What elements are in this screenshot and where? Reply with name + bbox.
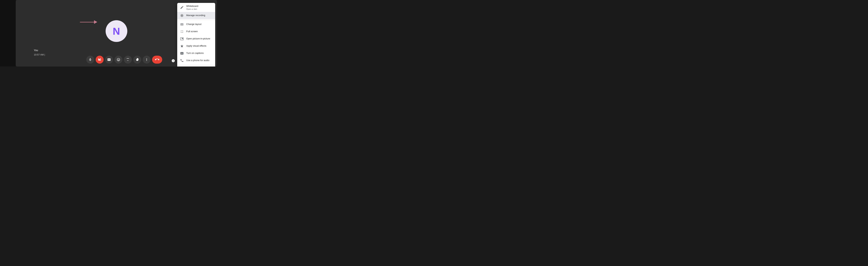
menu-item-phone-audio-label: Use a phone for audio <box>186 59 209 62</box>
captions-icon <box>180 52 184 55</box>
menu-item-whiteboard-label: Whiteboard <box>186 5 198 8</box>
menu-item-change-layout-label: Change layout <box>186 23 202 26</box>
raise-hand-button[interactable] <box>133 56 141 64</box>
avatar: N <box>105 20 127 42</box>
phone-audio-icon <box>180 59 184 62</box>
menu-item-full-screen-label: Full screen <box>186 30 198 33</box>
avatar-letter: N <box>113 25 120 37</box>
menu-item-full-screen[interactable]: Full screen <box>177 28 215 35</box>
end-call-button[interactable] <box>152 56 162 64</box>
change-layout-icon <box>180 23 184 26</box>
menu-item-manage-recording[interactable]: Manage recording <box>177 12 215 19</box>
menu-item-captions-label: Turn on captions <box>186 52 204 55</box>
menu-item-picture-in-picture[interactable]: Open picture-in-picture <box>177 35 215 42</box>
video-container: N You 10:57 AM | <box>16 0 217 67</box>
menu-item-visual-effects[interactable]: Apply visual effects <box>177 42 215 50</box>
info-icon-button[interactable] <box>170 58 177 64</box>
microphone-button[interactable] <box>86 56 94 64</box>
more-options-button[interactable] <box>143 56 151 64</box>
menu-item-report-problem[interactable]: Report a problem <box>177 66 215 67</box>
menu-item-captions[interactable]: Turn on captions <box>177 50 215 57</box>
you-label: You <box>34 49 38 52</box>
camera-button[interactable] <box>96 56 104 64</box>
menu-item-visual-effects-label: Apply visual effects <box>186 44 206 47</box>
arrow <box>80 20 97 24</box>
manage-recording-icon <box>180 14 184 18</box>
captions-button[interactable] <box>105 56 113 64</box>
picture-in-picture-icon <box>180 37 184 41</box>
menu-divider <box>177 20 215 20</box>
whiteboard-icon <box>180 6 184 9</box>
dropdown-menu: WhiteboardOpen a JamManage recordingChan… <box>177 3 215 67</box>
menu-item-picture-in-picture-label: Open picture-in-picture <box>186 37 210 40</box>
left-panel <box>0 0 16 67</box>
menu-item-change-layout[interactable]: Change layout <box>177 21 215 28</box>
visual-effects-icon <box>180 44 184 48</box>
emoji-button[interactable] <box>115 56 122 64</box>
menu-item-manage-recording-label: Manage recording <box>186 14 205 17</box>
present-button[interactable] <box>124 56 132 64</box>
full-screen-icon <box>180 30 184 33</box>
menu-item-phone-audio[interactable]: Use a phone for audio <box>177 57 215 64</box>
menu-item-whiteboard[interactable]: WhiteboardOpen a Jam <box>177 3 215 12</box>
svg-point-1 <box>181 15 183 16</box>
menu-item-whiteboard-sublabel: Open a Jam <box>186 8 198 10</box>
